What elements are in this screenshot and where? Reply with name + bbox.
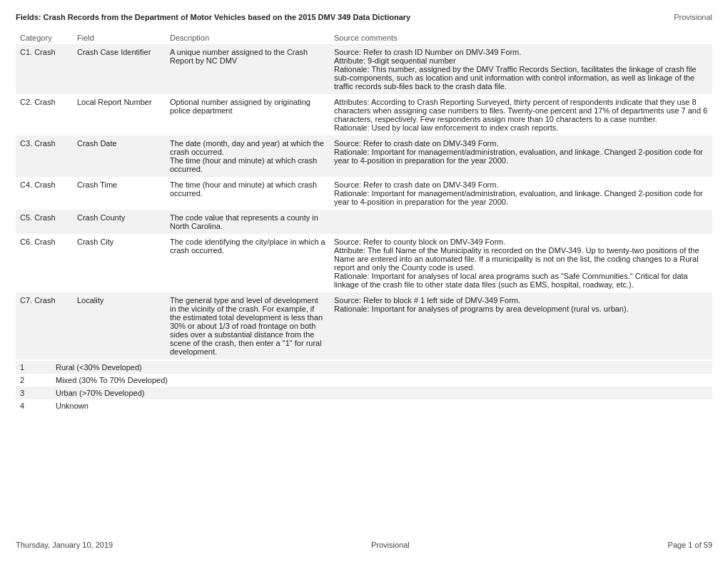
col-header-source: Source comments bbox=[330, 31, 712, 44]
cell-field: Crash County bbox=[73, 210, 166, 234]
footer-provisional: Provisional bbox=[371, 541, 410, 549]
col-header-description: Description bbox=[166, 31, 330, 44]
cell-description: The time (hour and minute) at which cras… bbox=[166, 177, 330, 210]
cell-description: The general type and level of developmen… bbox=[166, 292, 330, 359]
table-row: C6. CrashCrash CityThe code identifying … bbox=[16, 234, 712, 292]
cell-description: A unique number assigned to the Crash Re… bbox=[166, 44, 330, 94]
cell-category: C2. Crash bbox=[16, 94, 73, 136]
page-title: Fields: Crash Records from the Departmen… bbox=[16, 13, 410, 21]
sub-table-row: 1Rural (<30% Developed)2Mixed (30% To 70… bbox=[16, 359, 712, 412]
locality-sub-table: 1Rural (<30% Developed)2Mixed (30% To 70… bbox=[16, 361, 712, 412]
cell-field: Crash Date bbox=[73, 136, 166, 177]
sub-item-number: 4 bbox=[16, 399, 51, 412]
sub-item-label: Rural (<30% Developed) bbox=[51, 361, 712, 374]
sub-table-item: 4Unknown bbox=[16, 399, 712, 412]
table-row: C5. CrashCrash CountyThe code value that… bbox=[16, 210, 712, 234]
cell-category: C3. Crash bbox=[16, 136, 73, 177]
cell-source: Source: Refer to crash date on DMV-349 F… bbox=[330, 136, 712, 177]
cell-description: Optional number assigned by originating … bbox=[166, 94, 330, 136]
cell-source: Attributes: According to Crash Reporting… bbox=[330, 94, 712, 136]
cell-description: The code value that represents a county … bbox=[166, 210, 330, 234]
provisional-label-top: Provisional bbox=[674, 13, 712, 21]
sub-item-number: 1 bbox=[16, 361, 51, 374]
cell-field: Crash Case Identifier bbox=[73, 44, 166, 94]
cell-field: Local Report Number bbox=[73, 94, 166, 136]
cell-category: C7. Crash bbox=[16, 292, 73, 359]
cell-category: C4. Crash bbox=[16, 177, 73, 210]
sub-item-label: Unknown bbox=[51, 399, 712, 412]
cell-category: C5. Crash bbox=[16, 210, 73, 234]
cell-source: Source: Refer to crash date on DMV-349 F… bbox=[330, 177, 712, 210]
table-row: C7. CrashLocalityThe general type and le… bbox=[16, 292, 712, 359]
sub-table-item: 2Mixed (30% To 70% Developed) bbox=[16, 374, 712, 387]
sub-item-number: 2 bbox=[16, 374, 51, 387]
cell-description: The code identifying the city/place in w… bbox=[166, 234, 330, 292]
cell-description: The date (month, day and year) at which … bbox=[166, 136, 330, 177]
cell-field: Crash Time bbox=[73, 177, 166, 210]
sub-table-item: 1Rural (<30% Developed) bbox=[16, 361, 712, 374]
cell-source bbox=[330, 210, 712, 234]
main-table: Category Field Description Source commen… bbox=[16, 31, 712, 412]
sub-table-cell: 1Rural (<30% Developed)2Mixed (30% To 70… bbox=[16, 359, 712, 412]
cell-category: C1. Crash bbox=[16, 44, 73, 94]
col-header-field: Field bbox=[73, 31, 166, 44]
sub-item-label: Mixed (30% To 70% Developed) bbox=[51, 374, 712, 387]
cell-source: Source: Refer to block # 1 left side of … bbox=[330, 292, 712, 359]
sub-table-item: 3Urban (>70% Developed) bbox=[16, 387, 712, 399]
cell-field: Locality bbox=[73, 292, 166, 359]
col-header-category: Category bbox=[16, 31, 73, 44]
footer-date: Thursday, January 10, 2019 bbox=[16, 541, 113, 549]
table-row: C1. CrashCrash Case IdentifierA unique n… bbox=[16, 44, 712, 94]
cell-source: Source: Refer to county block on DMV-349… bbox=[330, 234, 712, 292]
page-header: Fields: Crash Records from the Departmen… bbox=[16, 13, 712, 21]
table-row: C3. CrashCrash DateThe date (month, day … bbox=[16, 136, 712, 177]
sub-item-label: Urban (>70% Developed) bbox=[51, 387, 712, 399]
cell-source: Source: Refer to crash ID Number on DMV-… bbox=[330, 44, 712, 94]
cell-category: C6. Crash bbox=[16, 234, 73, 292]
cell-field: Crash City bbox=[73, 234, 166, 292]
footer-page: Page 1 of 59 bbox=[668, 541, 712, 549]
page-footer: Thursday, January 10, 2019 Provisional P… bbox=[16, 541, 712, 549]
sub-item-number: 3 bbox=[16, 387, 51, 399]
table-row: C4. CrashCrash TimeThe time (hour and mi… bbox=[16, 177, 712, 210]
table-row: C2. CrashLocal Report NumberOptional num… bbox=[16, 94, 712, 136]
